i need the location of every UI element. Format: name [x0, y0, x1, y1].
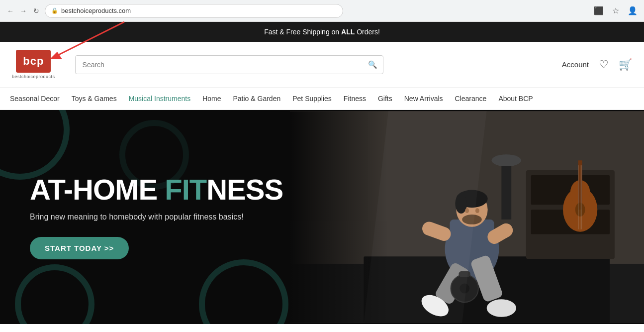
hero-title-part1: AT-HOME	[30, 173, 165, 206]
browser-toolbar-right: ⬛ ☆ 👤	[593, 5, 638, 16]
svg-rect-16	[501, 160, 511, 220]
search-bar: 🔍	[75, 55, 383, 74]
back-button[interactable]: ←	[6, 6, 15, 15]
profile-icon[interactable]: 👤	[627, 5, 638, 16]
header-right: Account ♡ 🛒	[562, 58, 632, 71]
cart-button[interactable]: 🛒	[619, 58, 632, 71]
announcement-text: Fast & Free Shipping on ALL Orders!	[264, 28, 380, 36]
nav-item-musical-instruments[interactable]: Musical Instruments	[123, 88, 196, 110]
logo-tagline: bestchoiceproducts	[12, 74, 55, 79]
nav-item-patio-garden[interactable]: Patio & Garden	[227, 88, 287, 110]
wishlist-button[interactable]: ♡	[599, 58, 609, 71]
nav-item-about-bcp[interactable]: About BCP	[492, 88, 539, 110]
hero-banner: AT-HOME FITNESS Bring new meaning to hom…	[0, 110, 644, 324]
bookmark-icon[interactable]: ☆	[610, 5, 621, 16]
main-nav: Seasonal Decor Toys & Games Musical Inst…	[0, 88, 644, 110]
url-text: bestchoiceproducts.com	[61, 7, 131, 14]
nav-item-home[interactable]: Home	[196, 88, 227, 110]
circle-decoration-2	[15, 264, 94, 324]
svg-point-24	[475, 208, 479, 213]
hero-title: AT-HOME FITNESS	[30, 175, 283, 204]
nav-item-new-arrivals[interactable]: New Arrivals	[398, 88, 449, 110]
nav-item-clearance[interactable]: Clearance	[449, 88, 493, 110]
reload-button[interactable]: ↻	[32, 6, 41, 15]
lock-icon: 🔒	[51, 7, 58, 14]
cast-icon[interactable]: ⬛	[593, 5, 604, 16]
svg-point-17	[491, 154, 521, 166]
nav-item-gifts[interactable]: Gifts	[372, 88, 398, 110]
site-header: bcp bestchoiceproducts 🔍 Account ♡ 🛒	[0, 42, 644, 88]
hero-content: AT-HOME FITNESS Bring new meaning to hom…	[0, 175, 313, 259]
search-icon[interactable]: 🔍	[368, 60, 377, 69]
circle-decoration-3	[199, 259, 288, 324]
announcement-bar: Fast & Free Shipping on ALL Orders!	[0, 22, 644, 42]
hero-title-part2: NESS	[206, 173, 283, 206]
nav-item-toys-games[interactable]: Toys & Games	[66, 88, 123, 110]
browser-chrome: ← → ↻ 🔒 bestchoiceproducts.com ⬛ ☆ 👤	[0, 0, 644, 22]
logo-container[interactable]: bcp bestchoiceproducts	[12, 50, 55, 79]
nav-item-fitness[interactable]: Fitness	[338, 88, 372, 110]
hero-subtitle: Bring new meaning to homebody with popul…	[30, 211, 283, 223]
circle-decoration-1	[0, 110, 70, 180]
cart-icon: 🛒	[619, 58, 632, 71]
hero-image	[290, 110, 644, 324]
nav-item-pet-supplies[interactable]: Pet Supplies	[286, 88, 338, 110]
forward-button[interactable]: →	[19, 6, 28, 15]
hero-cta-button[interactable]: START TODAY >>	[30, 237, 129, 259]
svg-point-31	[486, 299, 516, 317]
logo[interactable]: bcp	[16, 50, 51, 73]
wishlist-icon: ♡	[599, 58, 609, 71]
account-link[interactable]: Account	[562, 60, 589, 69]
search-input[interactable]	[75, 55, 383, 74]
nav-item-seasonal-decor[interactable]: Seasonal Decor	[4, 88, 66, 110]
address-bar[interactable]: 🔒 bestchoiceproducts.com	[45, 4, 343, 18]
hero-title-fit: FIT	[165, 173, 206, 206]
